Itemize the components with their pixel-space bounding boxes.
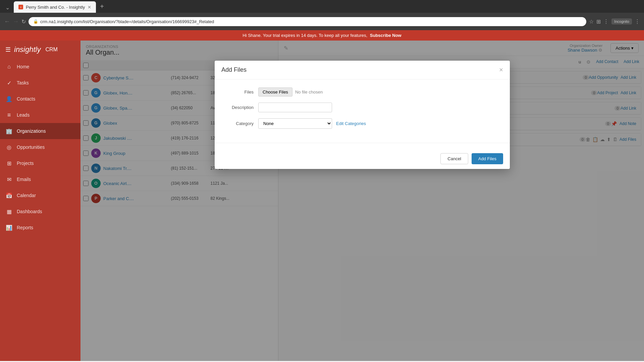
new-tab-btn[interactable]: +: [97, 1, 107, 12]
browser-chrome: ⌄ i Perry Smith and Co. - Insightly ✕ + …: [0, 0, 644, 30]
url-lock-icon: 🔒: [33, 19, 38, 24]
trial-banner: Hi Shane. Your trial expires in 14 days.…: [0, 30, 644, 41]
url-text: crm.na1.insightly.com/list/Organisation/…: [40, 19, 214, 24]
organizations-icon: 🏢: [5, 127, 13, 135]
active-tab[interactable]: i Perry Smith and Co. - Insightly ✕: [14, 1, 96, 13]
category-select[interactable]: None: [258, 118, 332, 129]
sidebar-item-organizations[interactable]: 🏢 Organizations: [0, 123, 80, 139]
sidebar-item-reports[interactable]: 📊 Reports: [0, 220, 80, 236]
main-content: ORGANIZATIONS All Organ... C Cyberdyne S…: [80, 41, 644, 361]
bookmark-icon[interactable]: ☆: [589, 18, 594, 25]
contacts-icon: 👤: [5, 95, 13, 103]
sidebar-item-projects[interactable]: ⊞ Projects: [0, 155, 80, 171]
banner-text: Hi Shane. Your trial expires in 14 days.…: [243, 33, 367, 38]
file-input-wrapper: Choose Files No file chosen: [258, 87, 500, 97]
file-placeholder-text: No file chosen: [295, 89, 323, 95]
dashboards-icon: ▦: [5, 208, 13, 215]
opportunities-icon: ◎: [5, 143, 13, 151]
sidebar-item-calendar[interactable]: 📅 Calendar: [0, 187, 80, 203]
sidebar-item-leads[interactable]: ≡ Leads: [0, 107, 80, 123]
add-files-modal: Add Files × Files Choose Files No file c…: [215, 61, 510, 169]
sidebar-header: ☰ insightly CRM: [0, 41, 80, 59]
sidebar-item-home[interactable]: ⌂ Home: [0, 59, 80, 75]
browser-tabs-bar: ⌄ i Perry Smith and Co. - Insightly ✕ +: [0, 0, 644, 13]
sidebar-item-emails[interactable]: ✉ Emails: [0, 171, 80, 187]
sidebar-label-tasks: Tasks: [17, 80, 29, 85]
sidebar: ☰ insightly CRM ⌂ Home ✓ Tasks 👤 Contact…: [0, 41, 80, 361]
sidebar-item-tasks[interactable]: ✓ Tasks: [0, 75, 80, 91]
sidebar-label-dashboards: Dashboards: [17, 209, 42, 214]
emails-icon: ✉: [5, 176, 13, 183]
browser-ext-icon[interactable]: ⊞: [596, 18, 601, 25]
sidebar-label-leads: Leads: [17, 112, 30, 118]
description-field-row: Description: [225, 103, 500, 112]
reports-icon: 📊: [5, 224, 13, 231]
tab-title: Perry Smith and Co. - Insightly: [26, 5, 85, 10]
tasks-icon: ✓: [5, 79, 13, 86]
url-bar[interactable]: 🔒 crm.na1.insightly.com/list/Organisatio…: [29, 17, 586, 26]
app-logo: insightly: [14, 45, 41, 54]
category-control: None Edit Categories: [258, 118, 500, 129]
edit-categories-link[interactable]: Edit Categories: [336, 121, 366, 126]
description-control: [258, 103, 500, 112]
add-files-submit-button[interactable]: Add Files: [472, 153, 503, 164]
leads-icon: ≡: [5, 111, 13, 119]
app-crm-label: CRM: [45, 47, 57, 53]
description-field-label: Description: [225, 105, 258, 110]
browser-toolbar: ← → ↻ 🔒 crm.na1.insightly.com/list/Organ…: [0, 13, 644, 30]
modal-title: Add Files: [221, 66, 247, 73]
sidebar-label-contacts: Contacts: [17, 96, 35, 102]
sidebar-label-home: Home: [17, 64, 29, 69]
category-field-row: Category None Edit Categories: [225, 118, 500, 129]
home-icon: ⌂: [5, 63, 13, 70]
modal-overlay: Add Files × Files Choose Files No file c…: [80, 41, 644, 361]
subscribe-link[interactable]: Subscribe Now: [370, 33, 401, 38]
sidebar-label-reports: Reports: [17, 225, 33, 230]
modal-close-button[interactable]: ×: [499, 66, 503, 74]
sidebar-item-dashboards[interactable]: ▦ Dashboards: [0, 203, 80, 220]
description-input[interactable]: [258, 103, 332, 112]
forward-btn[interactable]: →: [13, 18, 19, 25]
hamburger-icon[interactable]: ☰: [5, 46, 11, 53]
sidebar-item-opportunities[interactable]: ◎ Opportunities: [0, 139, 80, 155]
browser-menu-icon[interactable]: ⋮: [635, 18, 640, 25]
files-field-label: Files: [225, 89, 258, 95]
category-field-label: Category: [225, 121, 258, 126]
sidebar-label-calendar: Calendar: [17, 193, 36, 198]
tab-close-icon[interactable]: ✕: [88, 5, 91, 10]
files-field-row: Files Choose Files No file chosen: [225, 87, 500, 97]
settings-icon[interactable]: ⋮: [603, 18, 609, 25]
cancel-button[interactable]: Cancel: [440, 153, 468, 164]
reload-btn[interactable]: ↻: [21, 18, 26, 25]
sidebar-label-organizations: Organizations: [17, 128, 46, 134]
sidebar-item-contacts[interactable]: 👤 Contacts: [0, 91, 80, 107]
modal-header: Add Files ×: [215, 61, 510, 79]
choose-files-button[interactable]: Choose Files: [258, 87, 292, 97]
browser-tab-switcher[interactable]: ⌄: [3, 2, 12, 13]
back-btn[interactable]: ←: [4, 18, 10, 25]
calendar-icon: 📅: [5, 192, 13, 199]
projects-icon: ⊞: [5, 160, 13, 167]
sidebar-label-projects: Projects: [17, 161, 34, 166]
sidebar-label-emails: Emails: [17, 177, 31, 182]
modal-footer: Cancel Add Files: [215, 148, 510, 169]
sidebar-label-opportunities: Opportunities: [17, 144, 45, 150]
incognito-badge: Incognito: [611, 18, 632, 24]
modal-body: Files Choose Files No file chosen Descri…: [215, 79, 510, 143]
modal-separator: [215, 143, 510, 143]
tab-favicon: i: [18, 5, 23, 9]
